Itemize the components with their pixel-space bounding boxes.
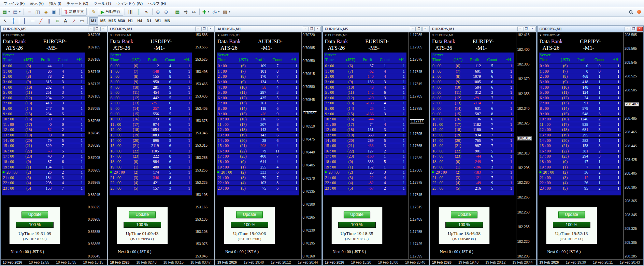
timeframe-button-M15[interactable]: M15 xyxy=(108,17,117,25)
data-window-button[interactable]: ◫ xyxy=(33,8,42,16)
minimize-button[interactable]: − xyxy=(195,27,201,31)
minimize-button[interactable]: − xyxy=(410,27,416,31)
timeframe-button-M30[interactable]: M30 xyxy=(117,17,126,25)
update-button[interactable]: Update xyxy=(558,211,585,218)
terminal-button[interactable]: ▣ xyxy=(50,8,58,16)
collapse-triangle-icon[interactable]: ▼ xyxy=(110,34,113,37)
tile-windows-button[interactable]: ▦ xyxy=(173,8,182,16)
menu-item-0[interactable]: ファイル (F) xyxy=(1,0,27,7)
menu-item-1[interactable]: 表示 (V) xyxy=(27,0,46,7)
timeframe-button-H1[interactable]: H1 xyxy=(126,17,135,25)
vertical-line-tool[interactable]: │ xyxy=(20,17,29,25)
chart-shift-button[interactable]: ↦ xyxy=(190,8,198,16)
crosshair-tool[interactable]: ┼ xyxy=(9,17,17,25)
minimize-button[interactable]: − xyxy=(517,27,523,31)
price-scale[interactable]: 208.585208.565208.545208.525208.505208.4… xyxy=(623,32,643,259)
channel-tool[interactable]: ∥ xyxy=(45,17,53,25)
price-scale[interactable]: 1.179351.179051.178751.178451.178151.177… xyxy=(409,32,429,259)
minimize-button[interactable]: − xyxy=(303,27,309,31)
window-titlebar[interactable]: AUDUSD-,M1−❐× xyxy=(215,26,321,32)
menu-item-3[interactable]: チャート (C) xyxy=(64,0,91,7)
indicators-button[interactable]: ✚▼ xyxy=(201,8,211,16)
timeframe-button-H4[interactable]: H4 xyxy=(135,17,144,25)
window-titlebar[interactable]: EURUSD-,M5−❐× xyxy=(323,26,429,32)
update-button[interactable]: Update xyxy=(22,211,48,218)
restore-button[interactable]: ❐ xyxy=(309,27,315,31)
shapes-tool[interactable]: ▭ xyxy=(78,17,86,25)
connection-alert-icon[interactable] xyxy=(635,8,643,16)
cursor-tool[interactable]: ↖ xyxy=(1,17,9,25)
time-axis[interactable]: 10 Feb 202610 Feb 12:5510 Feb 15:3510 Fe… xyxy=(1,259,107,265)
timeframe-button-W1[interactable]: W1 xyxy=(154,17,163,25)
candlestick-chart-button[interactable]: ║ xyxy=(134,8,143,16)
new-order-button[interactable]: ⇅新規注文 xyxy=(61,8,87,16)
text-tool[interactable]: A xyxy=(61,17,70,25)
restore-button[interactable]: ❐ xyxy=(524,27,529,31)
autotrading-button[interactable]: ▶自動売買 xyxy=(98,8,123,16)
menu-item-5[interactable]: ウィンドウ (W) xyxy=(114,0,145,7)
time-axis[interactable]: 19 Feb 202619 Feb 19:4019 Feb 20:1219 Fe… xyxy=(430,259,536,265)
timeframe-button-D1[interactable]: D1 xyxy=(144,17,154,25)
chart-area[interactable]: ▼EURJPY-,M1Data BankATS-26EURJPY--M1-Ser… xyxy=(430,32,516,259)
bar-chart-button[interactable]: ☰ xyxy=(126,8,134,16)
fibonacci-tool[interactable]: ≋ xyxy=(53,17,61,25)
timeframe-button-M5[interactable]: M5 xyxy=(98,17,108,25)
navigator-button[interactable]: ◈ xyxy=(42,8,50,16)
menu-item-2[interactable]: 挿入 (I) xyxy=(46,0,64,7)
trendline-tool[interactable]: ╱ xyxy=(37,17,45,25)
collapse-triangle-icon[interactable]: ▼ xyxy=(2,34,5,37)
minimize-button[interactable]: − xyxy=(625,27,630,31)
window-titlebar[interactable]: USDJPY-,M1−❐× xyxy=(108,26,214,32)
arrows-tool[interactable]: ↗ xyxy=(70,17,78,25)
window-titlebar[interactable]: EURJPY-,M1−❐× xyxy=(430,26,536,32)
chart-area[interactable]: ▼AUDUSD-,M1Data BankATS-26AUDUSD--M1-Ser… xyxy=(215,32,301,259)
price-scale[interactable]: 182.415182.400182.385182.370182.355182.3… xyxy=(516,32,536,259)
metaeditor-button[interactable]: ✎ xyxy=(90,8,98,16)
collapse-triangle-icon[interactable]: ▼ xyxy=(432,34,434,37)
horizontal-line-tool[interactable]: ─ xyxy=(29,17,37,25)
line-chart-button[interactable]: ∿ xyxy=(143,8,151,16)
new-chart-button[interactable]: ▦▼ xyxy=(1,8,12,16)
timeframe-button-M1[interactable]: M1 xyxy=(89,17,98,25)
window-titlebar[interactable]: EURGBP-,M5−❐× xyxy=(1,26,107,32)
menu-item-6[interactable]: ヘルプ (H) xyxy=(145,0,169,7)
timeframe-button-MN[interactable]: MN xyxy=(163,17,172,25)
menu-item-4[interactable]: ツール (T) xyxy=(91,0,114,7)
update-button[interactable]: Update xyxy=(236,211,263,218)
close-button[interactable]: × xyxy=(637,27,643,31)
time-axis[interactable]: 19 Feb 202619 Feb 19:4019 Feb 20:1219 Fe… xyxy=(215,259,321,265)
chart-area[interactable]: ▼GBPJPY-,M1Data BankATS-26GBPJPY--M1-Ser… xyxy=(538,32,624,259)
price-scale[interactable]: 0.707200.706850.706500.706150.705800.705… xyxy=(301,32,321,259)
close-button[interactable]: × xyxy=(422,27,428,31)
close-button[interactable]: × xyxy=(100,27,106,31)
collapse-triangle-icon[interactable]: ▼ xyxy=(325,34,327,37)
auto-scroll-button[interactable]: ⇉ xyxy=(182,8,190,16)
zoom-in-button[interactable]: ⊕ xyxy=(154,8,162,16)
update-button[interactable]: Update xyxy=(451,211,477,218)
time-axis[interactable]: 18 Feb 202618 Feb 02:4318 Feb 03:1518 Fe… xyxy=(108,259,214,265)
window-titlebar[interactable]: GBPJPY-,M1−❐× xyxy=(538,26,644,32)
update-button[interactable]: Update xyxy=(344,211,370,218)
chart-area[interactable]: ▼USDJPY-,M1Data BankATS-26USDJPY--M1-Ser… xyxy=(108,32,194,259)
time-axis[interactable]: 19 Feb 202619 Feb 15:2019 Feb 18:0019 Fe… xyxy=(323,259,429,265)
collapse-triangle-icon[interactable]: ▼ xyxy=(217,34,220,37)
price-scale[interactable]: 153.585153.555153.525153.495153.465153.4… xyxy=(194,32,214,259)
restore-button[interactable]: ❐ xyxy=(201,27,207,31)
minimize-button[interactable]: − xyxy=(88,27,94,31)
market-watch-button[interactable]: ≡ xyxy=(25,8,33,16)
periods-button[interactable]: ◷▼ xyxy=(211,8,221,16)
chart-area[interactable]: ▼EURGBP-,M5Data BankATS-26EURGBP--M5-Ser… xyxy=(1,32,87,259)
close-button[interactable]: × xyxy=(315,27,321,31)
update-button[interactable]: Update xyxy=(129,211,156,218)
search-icon[interactable] xyxy=(627,8,635,16)
close-button[interactable]: × xyxy=(530,27,535,31)
profiles-button[interactable]: ▤▼ xyxy=(12,8,22,16)
restore-button[interactable]: ❐ xyxy=(416,27,422,31)
close-button[interactable]: × xyxy=(207,27,213,31)
time-axis[interactable]: 19 Feb 202619 Feb 19:3919 Feb 20:1119 Fe… xyxy=(538,259,644,265)
collapse-triangle-icon[interactable]: ▼ xyxy=(539,34,542,37)
restore-button[interactable]: ❐ xyxy=(631,27,636,31)
templates-button[interactable]: ▨▼ xyxy=(221,8,232,16)
zoom-out-button[interactable]: ⊖ xyxy=(162,8,170,16)
restore-button[interactable]: ❐ xyxy=(94,27,100,31)
